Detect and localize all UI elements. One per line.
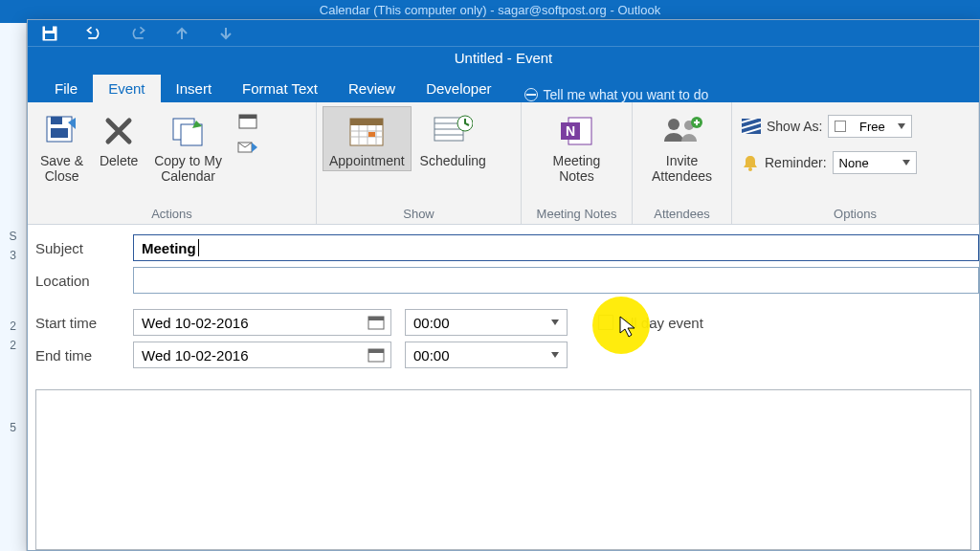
sliver-char: 5	[0, 421, 26, 434]
delete-icon	[99, 111, 139, 151]
group-label-actions: Actions	[33, 205, 310, 224]
start-time-value: 00:00	[413, 315, 450, 331]
reminder-value: None	[839, 156, 869, 170]
svg-rect-10	[239, 115, 256, 119]
scheduling-button[interactable]: Scheduling	[413, 106, 493, 171]
start-date-picker[interactable]: Wed 10-02-2016	[133, 309, 391, 336]
end-date-value: Wed 10-02-2016	[142, 347, 248, 364]
tab-format-text[interactable]: Format Text	[227, 75, 333, 102]
sliver-char: S	[0, 230, 26, 243]
event-form: Subject Meeting Location Start time Wed …	[28, 225, 979, 378]
chevron-down-icon	[551, 320, 559, 325]
group-label-meeting-notes: Meeting Notes	[527, 205, 626, 224]
actions-mini-column	[231, 106, 265, 158]
titlebar: Untitled - Event	[28, 20, 979, 72]
svg-point-35	[748, 167, 752, 171]
ribbon-tabs: File Event Insert Format Text Review Dev…	[28, 72, 979, 102]
end-time-value: 00:00	[413, 347, 450, 364]
tell-me-search[interactable]: Tell me what you want to do	[507, 87, 709, 102]
show-as-label: Show As:	[767, 119, 822, 134]
free-swatch-icon	[835, 121, 846, 132]
start-time-picker[interactable]: 00:00	[405, 309, 568, 336]
event-window: Untitled - Event File Event Insert Forma…	[27, 19, 980, 551]
sliver-char: 3	[0, 249, 26, 262]
group-attendees: Invite Attendees Attendees	[633, 102, 732, 224]
invite-attendees-button[interactable]: Invite Attendees	[645, 106, 719, 187]
tab-file[interactable]: File	[39, 75, 93, 102]
show-as-icon	[742, 119, 761, 134]
show-as-dropdown[interactable]: Free	[828, 115, 912, 138]
scheduling-icon	[433, 111, 473, 151]
tab-review[interactable]: Review	[333, 75, 411, 102]
meeting-notes-button[interactable]: N Meeting Notes	[546, 106, 608, 187]
lightbulb-icon	[524, 88, 538, 101]
group-meeting-notes: N Meeting Notes Meeting Notes	[522, 102, 633, 224]
save-icon[interactable]	[41, 25, 58, 42]
reminder-dropdown[interactable]: None	[833, 151, 917, 174]
group-show: Appointment Scheduling Show	[317, 102, 522, 224]
svg-point-28	[668, 119, 679, 130]
copy-calendar-label: Copy to My Calendar	[154, 153, 222, 184]
calendar-icon	[368, 315, 385, 330]
svg-rect-13	[350, 119, 383, 125]
calendar-icon	[368, 347, 385, 363]
location-input[interactable]	[133, 267, 979, 294]
show-as-value: Free	[859, 120, 885, 134]
location-label: Location	[35, 273, 120, 289]
copy-calendar-icon	[168, 111, 209, 151]
ribbon: Save & Close Delete Copy to My Calendar	[28, 102, 979, 225]
svg-text:N: N	[566, 123, 575, 139]
tell-me-label: Tell me what you want to do	[544, 87, 709, 102]
calendar-icon	[238, 112, 257, 129]
reminder-label: Reminder:	[765, 155, 827, 170]
all-day-label: All day event	[621, 315, 703, 331]
meeting-notes-label: Meeting Notes	[553, 153, 601, 184]
onenote-icon: N	[557, 111, 597, 151]
event-body-textarea[interactable]	[35, 389, 971, 550]
chevron-down-icon	[898, 123, 905, 129]
parent-window-sliver: S 3 2 2 5	[0, 23, 27, 551]
subject-input[interactable]: Meeting	[133, 234, 979, 261]
group-label-attendees: Attendees	[638, 205, 725, 224]
start-date-value: Wed 10-02-2016	[142, 315, 248, 331]
all-day-checkbox[interactable]: All day event	[598, 315, 703, 331]
next-item-icon[interactable]	[217, 25, 234, 42]
attendees-icon	[662, 111, 702, 151]
group-label-show: Show	[323, 205, 515, 224]
group-label-options: Options	[738, 205, 972, 224]
checkbox-icon	[598, 315, 613, 330]
subject-value: Meeting	[142, 240, 196, 256]
delete-label: Delete	[100, 153, 138, 168]
svg-rect-3	[45, 33, 55, 39]
tab-event[interactable]: Event	[93, 75, 160, 102]
svg-rect-39	[368, 349, 384, 353]
svg-rect-6	[51, 128, 68, 138]
scheduling-label: Scheduling	[420, 153, 486, 168]
copy-to-calendar-button[interactable]: Copy to My Calendar	[147, 106, 229, 187]
reminder-bell-icon	[742, 154, 759, 171]
tab-insert[interactable]: Insert	[161, 75, 228, 102]
previous-item-icon[interactable]	[173, 25, 190, 42]
invite-attendees-label: Invite Attendees	[652, 153, 712, 184]
text-caret	[198, 239, 199, 256]
svg-rect-2	[45, 26, 53, 31]
calendar-mini-button[interactable]	[234, 110, 261, 131]
quick-access-toolbar	[28, 20, 979, 47]
appointment-label: Appointment	[329, 153, 405, 168]
end-date-picker[interactable]: Wed 10-02-2016	[133, 342, 391, 368]
tab-developer[interactable]: Developer	[411, 75, 506, 102]
appointment-button[interactable]: Appointment	[323, 106, 412, 171]
forward-mini-button[interactable]	[234, 137, 261, 158]
redo-icon[interactable]	[129, 25, 146, 42]
undo-icon[interactable]	[85, 25, 102, 42]
svg-rect-19	[368, 132, 375, 137]
group-actions: Save & Close Delete Copy to My Calendar	[28, 102, 317, 224]
svg-rect-37	[368, 317, 384, 320]
sliver-char: 2	[0, 320, 26, 333]
save-and-close-button[interactable]: Save & Close	[33, 106, 90, 187]
forward-icon	[237, 140, 258, 155]
end-time-picker[interactable]: 00:00	[405, 342, 568, 368]
delete-button[interactable]: Delete	[92, 106, 145, 171]
subject-label: Subject	[35, 240, 120, 256]
svg-rect-5	[51, 117, 62, 124]
